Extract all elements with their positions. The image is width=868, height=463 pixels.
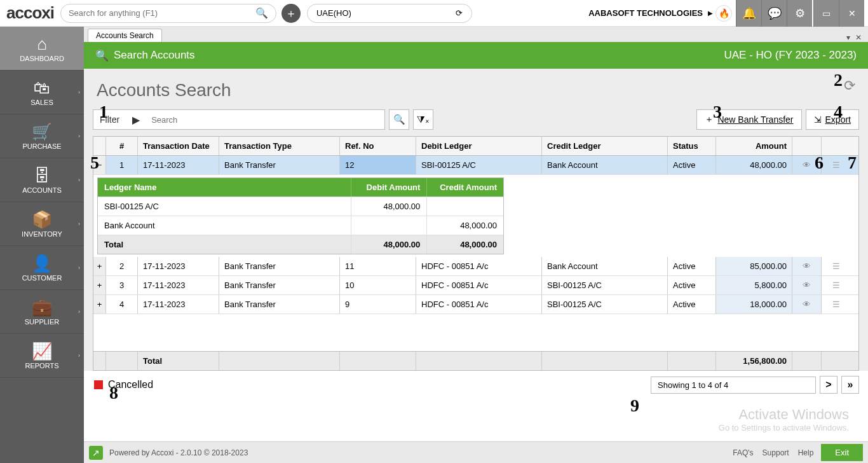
button-label: New Bank Transfer bbox=[717, 114, 793, 125]
chevron-right-icon: › bbox=[78, 352, 80, 359]
tab-close-icon[interactable]: ✕ bbox=[855, 33, 862, 42]
global-search-input[interactable] bbox=[69, 8, 255, 18]
chat-icon[interactable]: 💬 bbox=[761, 0, 787, 27]
footer-support-link[interactable]: Support bbox=[763, 448, 789, 457]
cell-type: Bank Transfer bbox=[219, 156, 340, 174]
nested-col-debit: Debit Amount bbox=[351, 178, 428, 197]
export-button[interactable]: ⇲ Export bbox=[806, 109, 859, 130]
nav-label: DASHBOARD bbox=[20, 55, 64, 62]
view-icon[interactable]: 👁 bbox=[792, 276, 822, 294]
pager-text: Showing 1 to 4 of 4 bbox=[651, 377, 816, 394]
toolbar: Filter ▶ 🔍 ⧩ₓ ＋ New Bank Transfer ⇲ Expo… bbox=[93, 109, 859, 130]
windows-watermark: Activate Windows Go to Settings to activ… bbox=[719, 406, 849, 432]
cell-credit: Bank Account bbox=[542, 156, 668, 174]
bag-icon: 🛍 bbox=[0, 79, 84, 96]
annotation-9: 9 bbox=[630, 396, 639, 416]
filter-play-icon[interactable]: ▶ bbox=[126, 114, 146, 126]
logo: accoxi bbox=[4, 3, 60, 23]
nav-purchase[interactable]: 🛒 PURCHASE › bbox=[0, 114, 84, 158]
home-icon: ⌂ bbox=[0, 36, 84, 52]
col-debit[interactable]: Debit Ledger bbox=[416, 137, 542, 155]
legend-color bbox=[94, 380, 103, 389]
col-ref[interactable]: Ref. No bbox=[340, 137, 416, 155]
fire-icon[interactable]: 🔥 bbox=[715, 5, 732, 22]
minimize-button[interactable]: ▭ bbox=[813, 0, 839, 27]
table-row[interactable]: + 3 17-11-2023 Bank Transfer 10 HDFC - 0… bbox=[93, 276, 858, 295]
pager-next-button[interactable]: > bbox=[820, 376, 837, 394]
col-credit[interactable]: Credit Ledger bbox=[542, 137, 668, 155]
nav-inventory[interactable]: 📦 INVENTORY › bbox=[0, 202, 84, 246]
more-icon[interactable]: ☰ bbox=[822, 156, 851, 174]
nav-dashboard[interactable]: ⌂ DASHBOARD bbox=[0, 27, 84, 71]
search-icon: 🔍 bbox=[95, 49, 109, 62]
col-index[interactable]: # bbox=[106, 137, 138, 155]
footer-help-link[interactable]: Help bbox=[798, 448, 814, 457]
cell-index: 1 bbox=[106, 156, 138, 174]
ledger-icon: 🗄 bbox=[0, 167, 84, 184]
bell-icon[interactable]: 🔔 bbox=[736, 0, 761, 27]
more-icon[interactable]: ☰ bbox=[822, 276, 851, 294]
close-button[interactable]: ✕ bbox=[839, 0, 864, 27]
filter-box: Filter ▶ bbox=[93, 109, 385, 130]
nav-label: SALES bbox=[31, 99, 53, 106]
pager-last-button[interactable]: » bbox=[841, 376, 859, 394]
global-search[interactable]: 🔍 bbox=[60, 4, 276, 23]
expand-icon[interactable]: + bbox=[93, 257, 106, 275]
export-icon: ⇲ bbox=[814, 114, 822, 125]
col-status[interactable]: Status bbox=[668, 137, 716, 155]
view-icon[interactable]: 👁 bbox=[792, 295, 822, 314]
nav-accounts[interactable]: 🗄 ACCOUNTS › bbox=[0, 158, 84, 202]
grid-footer-bar: Cancelled Showing 1 to 4 of 4 > » bbox=[84, 371, 868, 399]
transactions-grid: # Transaction Date Transaction Type Ref.… bbox=[93, 136, 859, 371]
cell-status: Active bbox=[668, 156, 716, 174]
tab-dropdown-icon[interactable]: ▾ bbox=[846, 33, 850, 42]
box-icon: 📦 bbox=[0, 211, 84, 228]
search-icon[interactable]: 🔍 bbox=[255, 7, 268, 19]
more-icon[interactable]: ☰ bbox=[822, 257, 851, 275]
footer-faq-link[interactable]: FAQ's bbox=[733, 448, 753, 457]
exit-button[interactable]: Exit bbox=[821, 444, 863, 461]
table-row[interactable]: + 4 17-11-2023 Bank Transfer 9 HDFC - 00… bbox=[93, 295, 858, 314]
branch-selector[interactable]: UAE(HO) ⟳ bbox=[307, 4, 472, 23]
nav-label: REPORTS bbox=[25, 362, 59, 370]
sync-icon[interactable]: ⟳ bbox=[456, 8, 463, 18]
more-icon[interactable]: ☰ bbox=[822, 295, 851, 314]
gear-icon[interactable]: ⚙ bbox=[787, 0, 812, 27]
nav-customer[interactable]: 👤 CUSTOMER › bbox=[0, 246, 84, 290]
nested-col-name: Ledger Name bbox=[98, 178, 351, 197]
refresh-icon[interactable]: ⟳ bbox=[844, 78, 855, 94]
nav-reports[interactable]: 📈 REPORTS › bbox=[0, 334, 84, 378]
page-title: Accounts Search bbox=[97, 80, 859, 100]
clear-filter-button[interactable]: ⧩ₓ bbox=[413, 109, 433, 130]
nav-sales[interactable]: 🛍 SALES › bbox=[0, 71, 84, 114]
cell-ref: 12 bbox=[340, 156, 416, 174]
main-area: Accounts Search ▾ ✕ 🔍 Search Accounts UA… bbox=[84, 27, 868, 463]
view-icon[interactable]: 👁 bbox=[792, 257, 822, 275]
col-amount[interactable]: Amount bbox=[716, 137, 792, 155]
nav-label: PURCHASE bbox=[22, 142, 61, 150]
table-row[interactable]: + 2 17-11-2023 Bank Transfer 11 HDFC - 0… bbox=[93, 257, 858, 276]
briefcase-icon: 💼 bbox=[0, 299, 84, 315]
footer-logo-icon: ↗ bbox=[89, 446, 103, 460]
nav-label: CUSTOMER bbox=[22, 274, 62, 282]
search-button[interactable]: 🔍 bbox=[389, 109, 409, 130]
expand-icon[interactable]: + bbox=[93, 276, 106, 294]
annotation-4: 4 bbox=[834, 102, 843, 122]
tab-accounts-search[interactable]: Accounts Search bbox=[88, 29, 162, 42]
company-caret-icon[interactable]: ▶ bbox=[708, 10, 713, 17]
col-type[interactable]: Transaction Type bbox=[219, 137, 340, 155]
table-row[interactable]: − 1 17-11-2023 Bank Transfer 12 SBI-0012… bbox=[93, 156, 858, 175]
filter-search-input[interactable] bbox=[146, 110, 384, 129]
tab-strip: Accounts Search ▾ ✕ bbox=[84, 27, 868, 42]
page-header: 🔍 Search Accounts UAE - HO (FY 2023 - 20… bbox=[84, 42, 868, 69]
company-name[interactable]: AABASOFT TECHNOLOGIES bbox=[588, 8, 703, 18]
filter-label: Filter bbox=[93, 114, 126, 125]
col-date[interactable]: Transaction Date bbox=[138, 137, 219, 155]
footer-total-amount: 1,56,800.00 bbox=[716, 352, 792, 370]
nav-supplier[interactable]: 💼 SUPPLIER › bbox=[0, 290, 84, 334]
add-button[interactable]: ＋ bbox=[281, 4, 301, 23]
filter-clear-icon: ⧩ₓ bbox=[417, 114, 430, 125]
expand-icon[interactable]: + bbox=[93, 295, 106, 314]
grid-header: # Transaction Date Transaction Type Ref.… bbox=[93, 137, 858, 156]
sidebar: ⌂ DASHBOARD 🛍 SALES › 🛒 PURCHASE › 🗄 ACC… bbox=[0, 27, 84, 463]
